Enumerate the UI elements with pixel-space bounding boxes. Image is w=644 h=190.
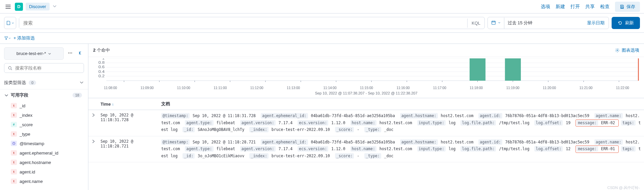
- svg-point-3: [71, 53, 72, 53]
- svg-point-2: [70, 53, 71, 53]
- svg-point-4: [8, 66, 11, 69]
- field-key: _type:: [364, 127, 381, 132]
- search-box: KQL: [19, 17, 485, 29]
- svg-text:1: 1: [102, 58, 105, 60]
- field-key: _id:: [183, 153, 195, 159]
- time-cell: Sep 10, 2022 @ 11:18:28.721: [99, 136, 159, 162]
- field-key: host.name:: [351, 120, 376, 126]
- kql-toggle[interactable]: KQL: [467, 19, 484, 28]
- field-type-token: t: [11, 131, 17, 137]
- message-highlight: message: ERR-01: [576, 145, 619, 153]
- discover-chip[interactable]: Discover: [26, 3, 50, 10]
- save-button[interactable]: 保存: [615, 2, 640, 12]
- field-key: agent.ephemeral_id:: [261, 113, 308, 118]
- x-tick-label: 11:09:00: [140, 86, 153, 90]
- message-highlight: message: ERR-02: [576, 119, 619, 127]
- open-link[interactable]: 打开: [570, 4, 580, 10]
- index-pattern-selector[interactable]: bruce-test-err-*: [4, 47, 64, 60]
- field-name: agent.ephemeral_id: [20, 151, 58, 156]
- x-tick-label: 11:21:00: [579, 86, 592, 90]
- x-tick-label: 11:22:00: [616, 86, 629, 90]
- field-search-input[interactable]: [15, 65, 80, 71]
- field-value: filebeat: [214, 120, 235, 125]
- date-range-text: 过去 15 分钟: [504, 17, 583, 29]
- field-value: 7.17.4: [276, 120, 292, 125]
- field-key: agent.id:: [478, 113, 502, 118]
- svg-rect-34: [505, 58, 521, 81]
- field-item[interactable]: t_type: [0, 129, 88, 139]
- x-tick-label: 11:17:00: [433, 86, 446, 90]
- filter-icon[interactable]: [4, 35, 11, 42]
- svg-text:0.2: 0.2: [99, 74, 105, 78]
- field-value: _doc: [382, 154, 394, 158]
- show-dates-link[interactable]: 显示日期: [583, 17, 609, 29]
- column-document[interactable]: 文档: [159, 98, 644, 110]
- add-filter-link[interactable]: + 添加筛选: [13, 35, 35, 41]
- field-key: log.file.path:: [460, 120, 496, 126]
- field-type-token: t: [11, 160, 17, 165]
- field-item[interactable]: #_score: [0, 120, 88, 129]
- saved-query-button[interactable]: [4, 17, 16, 29]
- field-value: log: [446, 146, 456, 151]
- sidebar-more-button[interactable]: [66, 49, 74, 58]
- field-value: 1.12.0: [329, 120, 345, 125]
- field-key: message:: [577, 120, 598, 126]
- field-item[interactable]: tagent.name: [0, 177, 88, 186]
- field-item[interactable]: @timestamp: [0, 139, 88, 148]
- type-filter-row[interactable]: 按类型筛选 0: [0, 76, 88, 89]
- field-type-token: t: [11, 103, 17, 108]
- field-value: 1.12.0: [329, 146, 345, 151]
- field-type-token: #: [11, 122, 17, 127]
- field-value: -: [355, 154, 362, 158]
- expand-row-button[interactable]: [88, 136, 99, 162]
- chevron-down-icon: [79, 80, 84, 86]
- chart-options-label: 图表选项: [622, 47, 639, 53]
- options-link[interactable]: 选项: [541, 4, 550, 10]
- x-tick-label: 11:12:00: [250, 86, 263, 90]
- field-value: /tmp/test.log: [497, 120, 529, 125]
- field-value: Sep 10, 2022 @ 11:18:28.721: [190, 140, 256, 144]
- svg-point-1: [68, 53, 69, 53]
- refresh-button[interactable]: 刷新: [612, 17, 640, 29]
- field-key: agent.id:: [478, 139, 502, 145]
- field-key: agent.type:: [185, 120, 213, 126]
- sidebar-collapse-button[interactable]: [77, 49, 84, 58]
- share-link[interactable]: 共享: [585, 4, 595, 10]
- column-time-label: Time: [101, 102, 111, 107]
- field-key: @timestamp:: [161, 139, 190, 145]
- field-value: bruce-test-err-2022.09.10: [269, 127, 330, 132]
- sidebar: bruce-test-err-* 按类型筛选 0 可用字: [0, 44, 88, 190]
- histogram[interactable]: 0.20.40.60.81 11:08:0011:09:0011:10:0011…: [88, 57, 644, 98]
- new-link[interactable]: 新建: [556, 4, 565, 10]
- chevron-down-icon[interactable]: [52, 4, 57, 9]
- field-item[interactable]: tagent.hostname: [0, 158, 88, 167]
- field-item[interactable]: t_index: [0, 110, 88, 120]
- column-time[interactable]: Time ↓: [99, 98, 159, 110]
- field-item[interactable]: tagent.id: [0, 167, 88, 177]
- x-tick-label: 11:08:00: [104, 86, 117, 90]
- document-cell: @timestamp: Sep 10, 2022 @ 11:18:31.728 …: [159, 110, 644, 136]
- table-header: Time ↓ 文档: [88, 98, 644, 110]
- results-header: 2 个命中 图表选项: [88, 44, 644, 57]
- field-value: bruce-test-err-2022.09.10: [269, 154, 330, 158]
- app-badge: D: [15, 3, 23, 11]
- chart-options-button[interactable]: 图表选项: [615, 47, 639, 53]
- date-picker[interactable]: 过去 15 分钟 显示日期: [487, 17, 609, 29]
- field-item[interactable]: tagent.ephemeral_id: [0, 148, 88, 158]
- field-item[interactable]: t_id: [0, 101, 88, 110]
- gear-icon: [615, 48, 620, 53]
- document-table: Time ↓ 文档 Sep 10, 2022 @ 11:18:31.728@ti…: [88, 98, 644, 190]
- x-tick-label: 11:16:00: [396, 86, 410, 90]
- field-value: -: [355, 127, 362, 132]
- field-value: ERR-01: [599, 146, 615, 151]
- menu-button[interactable]: [4, 3, 12, 11]
- available-fields-header[interactable]: 可用字段 18: [0, 89, 88, 101]
- time-range-caption: Sep 10, 2022 @ 11:07:38.207 - Sep 10, 20…: [93, 90, 639, 98]
- inspect-link[interactable]: 检查: [600, 4, 610, 10]
- x-tick-label: 11:10:00: [177, 86, 190, 90]
- svg-rect-0: [492, 21, 496, 24]
- search-input[interactable]: [19, 18, 467, 28]
- expand-row-button[interactable]: [88, 110, 99, 136]
- x-tick-label: 11:11:00: [214, 86, 227, 90]
- refresh-label: 刷新: [625, 20, 634, 26]
